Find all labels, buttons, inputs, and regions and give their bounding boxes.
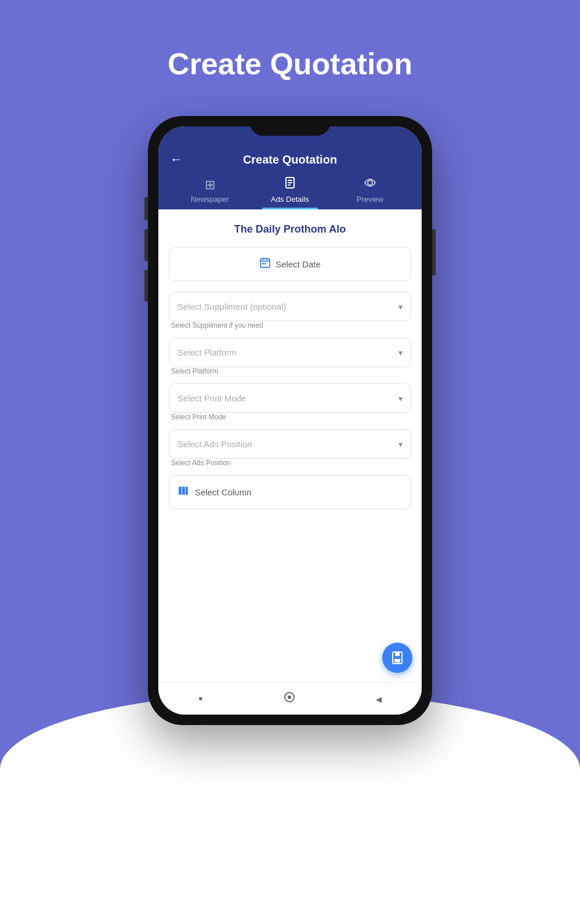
ads-details-tab-icon	[284, 176, 296, 193]
nav-title: Create Quotation	[192, 153, 388, 166]
newspaper-tab-icon: ⊞	[205, 177, 215, 193]
main-content: The Daily Prothom Alo Select Date	[158, 209, 422, 682]
volume-up-button	[144, 197, 148, 220]
fab-save-button[interactable]	[382, 643, 412, 673]
svg-rect-11	[179, 487, 182, 495]
page-title: Create Quotation	[168, 46, 412, 81]
tab-newspaper-label: Newspaper	[191, 195, 229, 204]
svg-point-4	[368, 180, 372, 185]
tab-preview[interactable]: Preview	[331, 176, 410, 209]
svg-rect-13	[186, 487, 188, 495]
svg-rect-1	[288, 180, 292, 181]
platform-dropdown[interactable]: Select Platform ▾	[169, 338, 411, 367]
supplement-hint: Select Suppliment if you need	[171, 321, 411, 329]
supplement-dropdown-wrap: Select Suppliment (optional) ▾ Select Su…	[169, 292, 411, 329]
calendar-icon	[259, 257, 271, 271]
select-column-label: Select Column	[195, 487, 252, 497]
silent-button	[144, 270, 148, 302]
ads-position-dropdown-wrap: Select Ads Position ▾ Select Ads Positio…	[169, 429, 411, 467]
select-column-row[interactable]: Select Column	[169, 475, 411, 509]
ads-position-chevron-icon: ▾	[398, 440, 403, 449]
screen-wrapper: The Daily Prothom Alo Select Date	[158, 209, 422, 682]
svg-rect-7	[263, 258, 264, 260]
bottom-nav: ▪ ◂	[158, 682, 422, 715]
select-date-button[interactable]: Select Date	[169, 247, 411, 281]
select-date-label: Select Date	[276, 259, 321, 269]
supplement-dropdown[interactable]: Select Suppliment (optional) ▾	[169, 292, 411, 321]
supplement-chevron-icon: ▾	[398, 302, 403, 311]
phone-screen: ← Create Quotation ⊞ Newspaper	[158, 126, 422, 715]
svg-point-18	[288, 695, 291, 699]
print-mode-dropdown-wrap: Select Print Mode ▾ Select Print Mode	[169, 383, 411, 421]
svg-rect-15	[395, 652, 400, 656]
svg-rect-8	[266, 258, 267, 260]
tab-ads-details-label: Ads Details	[271, 195, 309, 204]
platform-hint: Select Platform	[171, 367, 411, 375]
print-mode-dropdown[interactable]: Select Print Mode ▾	[169, 383, 411, 413]
ads-position-dropdown[interactable]: Select Ads Position ▾	[169, 429, 411, 459]
print-mode-chevron-icon: ▾	[398, 394, 403, 403]
tab-newspaper[interactable]: ⊞ Newspaper	[171, 177, 250, 209]
svg-rect-16	[394, 659, 400, 662]
back-button[interactable]: ←	[170, 152, 183, 167]
phone-frame: ← Create Quotation ⊞ Newspaper	[148, 116, 432, 725]
ads-position-hint: Select Ads Position	[171, 459, 411, 467]
print-mode-placeholder: Select Print Mode	[177, 393, 246, 403]
notch	[249, 126, 331, 136]
ads-position-placeholder: Select Ads Position	[177, 439, 252, 449]
tabs-row: ⊞ Newspaper Ads Details	[170, 176, 410, 209]
svg-rect-2	[288, 182, 292, 183]
platform-dropdown-wrap: Select Platform ▾ Select Platform	[169, 338, 411, 375]
column-icon	[177, 485, 189, 499]
svg-rect-12	[182, 487, 185, 495]
print-mode-hint: Select Print Mode	[171, 413, 411, 421]
tab-preview-label: Preview	[357, 195, 383, 204]
svg-rect-3	[288, 184, 291, 186]
bottom-nav-back-icon[interactable]: ◂	[376, 692, 382, 706]
top-nav: ← Create Quotation	[170, 152, 410, 167]
preview-tab-icon	[364, 176, 376, 193]
bottom-nav-home-icon[interactable]	[283, 691, 296, 706]
volume-down-button	[144, 229, 148, 261]
platform-chevron-icon: ▾	[398, 348, 403, 357]
newspaper-name: The Daily Prothom Alo	[169, 223, 411, 235]
bottom-nav-square-icon[interactable]: ▪	[198, 692, 202, 705]
svg-rect-9	[262, 263, 264, 264]
top-bar: ← Create Quotation ⊞ Newspaper	[158, 126, 422, 209]
svg-rect-10	[264, 263, 266, 264]
tab-ads-details[interactable]: Ads Details	[251, 176, 330, 209]
supplement-placeholder: Select Suppliment (optional)	[177, 302, 287, 311]
platform-placeholder: Select Platform	[177, 347, 237, 357]
power-button	[432, 229, 436, 276]
